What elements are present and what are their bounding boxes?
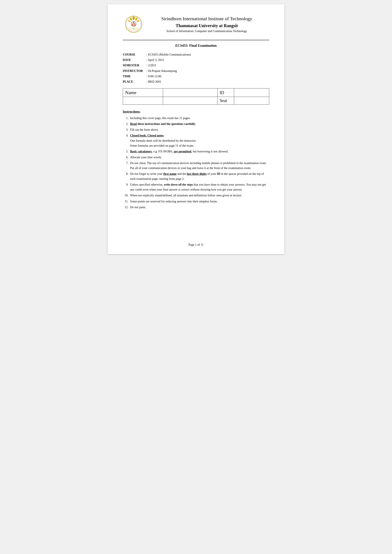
instruction-7: 7. Do not cheat. The use of communicatio…	[123, 161, 269, 171]
these-instructions-bold: these instructions and the questions car…	[138, 122, 195, 125]
course-value: : ECS455 (Mobile Communications)	[147, 52, 191, 57]
semester-label: SEMESTER	[123, 63, 147, 68]
logo-area: SIIT	[123, 15, 144, 33]
num-5: 5.	[123, 149, 128, 154]
content-11: Some points are reserved for reducing an…	[130, 199, 269, 204]
content-1: Including this cover page, this exam has…	[130, 116, 269, 121]
page-footer: Page 1 of 11	[108, 243, 284, 247]
instruction-12: 12. Do not panic.	[123, 205, 269, 210]
num-6: 6.	[123, 155, 128, 160]
instructor-label: INSTRUCTOR	[123, 68, 147, 74]
num-7: 7.	[123, 161, 128, 166]
time-value: : 9:00-12:00	[147, 74, 191, 79]
instructor-row: INSTRUCTOR : Dr.Prapun Suksompong	[123, 68, 191, 74]
university-name: Sirindhorn International Institute of Te…	[144, 15, 269, 22]
content-7: Do not cheat. The use of communication d…	[130, 161, 269, 171]
content-10: When not explicitly stated/defined, all …	[130, 193, 269, 198]
instruction-5: 5. Basic calculators, e.g. FX-991MS, are…	[123, 149, 269, 154]
instruction-1: 1. Including this cover page, this exam …	[123, 116, 269, 121]
time-row: TIME : 9:00-12:00	[123, 74, 191, 79]
last-three-underline: last three digits	[187, 172, 207, 175]
instructions-section: Instructions: 1. Including this cover pa…	[123, 110, 269, 210]
instruction-3: 3. Fill out the form above.	[123, 127, 269, 132]
name-id-row: Name ID	[123, 89, 269, 97]
course-info: COURSE : ECS455 (Mobile Communications) …	[123, 52, 269, 84]
content-2: Read these instructions and the question…	[130, 121, 269, 126]
seat-label: Seat	[217, 97, 234, 105]
semester-value: : 2/2011	[147, 63, 191, 68]
instruction-2: 2. Read these instructions and the quest…	[123, 121, 269, 126]
header-divider	[123, 40, 269, 40]
siit-logo: SIIT	[125, 15, 143, 33]
formula-line-2: Some formulas are provided on page 11 of…	[130, 144, 194, 147]
seat-row: Seat	[123, 97, 269, 105]
num-10: 10.	[123, 193, 128, 198]
first-name-underline: first name	[163, 172, 177, 175]
name-label: Name	[123, 89, 163, 97]
content-9: Unless specified otherwise, write down a…	[130, 182, 269, 192]
write-steps-italic: write down all the steps	[164, 183, 193, 186]
num-9: 9.	[123, 182, 128, 187]
place-value: : BKD 2601	[147, 79, 191, 84]
content-6: Allocate your time wisely.	[130, 155, 269, 160]
content-12: Do not panic.	[130, 205, 269, 210]
name-field[interactable]	[163, 89, 217, 97]
are-permitted-underline: are permitted	[174, 150, 191, 153]
num-4: 4.	[123, 133, 128, 138]
instruction-10: 10. When not explicitly stated/defined, …	[123, 193, 269, 198]
svg-point-3	[132, 16, 135, 20]
instructions-list: 1. Including this cover page, this exam …	[123, 116, 269, 210]
id-bold: ID	[217, 172, 220, 175]
seat-field[interactable]	[234, 97, 269, 105]
instructor-value: : Dr.Prapun Suksompong	[147, 68, 191, 74]
exam-page: SIIT Sirindhorn International Institute …	[108, 4, 284, 254]
content-3: Fill out the form above.	[130, 127, 269, 132]
svg-text:SIIT: SIIT	[133, 28, 135, 29]
page-header: SIIT Sirindhorn International Institute …	[123, 15, 269, 33]
date-value: : April 3, 2012	[147, 57, 191, 63]
content-5: Basic calculators, e.g. FX-991MS, are pe…	[130, 149, 269, 154]
instruction-11: 11. Some points are reserved for reducin…	[123, 199, 269, 204]
header-text: Sirindhorn International Institute of Te…	[144, 15, 269, 33]
id-label: ID	[217, 89, 234, 97]
date-label: DATE	[123, 57, 147, 63]
course-info-table: COURSE : ECS455 (Mobile Communications) …	[123, 52, 191, 84]
instructions-title: Instructions:	[123, 110, 269, 113]
num-12: 12.	[123, 205, 128, 210]
university-sub: Thammasat University at Rangsit	[144, 23, 269, 29]
seat-empty-name	[163, 97, 217, 105]
date-row: DATE : April 3, 2012	[123, 57, 191, 63]
time-label: TIME	[123, 74, 147, 79]
num-1: 1.	[123, 116, 128, 121]
num-2: 2.	[123, 121, 128, 126]
id-field[interactable]	[234, 89, 269, 97]
place-label: PLACE	[123, 79, 147, 84]
place-row: PLACE : BKD 2601	[123, 79, 191, 84]
semester-row: SEMESTER : 2/2011	[123, 63, 191, 68]
page-footer-text: Page 1 of 11	[189, 243, 203, 246]
closed-book-underline: Closed book. Closed notes	[130, 134, 164, 137]
content-4: Closed book. Closed notes. One formula s…	[130, 133, 269, 148]
instruction-8: 8. Do not forget to write your first nam…	[123, 171, 269, 181]
formula-line-1: One formula sheet will be distributed by…	[130, 139, 196, 142]
seat-empty-left	[123, 97, 163, 105]
svg-point-11	[133, 23, 134, 25]
instruction-6: 6. Allocate your time wisely.	[123, 155, 269, 160]
num-8: 8.	[123, 171, 128, 176]
instruction-9: 9. Unless specified otherwise, write dow…	[123, 182, 269, 192]
read-bold-underline: Read	[130, 122, 137, 125]
school-name: School of Information, Computer and Comm…	[144, 29, 269, 33]
exam-title: ECS455: Final Examination	[123, 44, 269, 48]
course-row: COURSE : ECS455 (Mobile Communications)	[123, 52, 191, 57]
instruction-4: 4. Closed book. Closed notes. One formul…	[123, 133, 269, 148]
content-8: Do not forget to write your first name a…	[130, 171, 269, 181]
num-11: 11.	[123, 199, 128, 204]
basic-calc-underline: Basic calculators	[130, 150, 152, 153]
num-3: 3.	[123, 127, 128, 132]
course-label: COURSE	[123, 52, 147, 57]
name-id-seat-table: Name ID Seat	[123, 88, 269, 105]
